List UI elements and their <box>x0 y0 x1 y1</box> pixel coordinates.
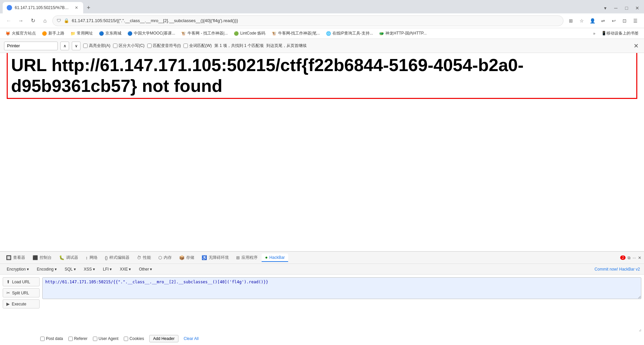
close-button[interactable]: ✕ <box>633 4 641 12</box>
home-button[interactable]: ⌂ <box>40 16 50 25</box>
find-close-button[interactable]: ✕ <box>632 42 640 50</box>
undo-button[interactable]: ↩ <box>609 16 619 25</box>
dropdown-button[interactable]: ▾ <box>601 4 609 12</box>
menu-button[interactable]: ☰ <box>631 16 640 25</box>
add-header-button[interactable]: Add Header <box>149 335 178 342</box>
sql-dropdown[interactable]: SQL ▾ <box>62 266 78 273</box>
cookies-option[interactable]: Cookies <box>124 336 144 341</box>
devtool-tab-hackbar[interactable]: ● HackBar <box>262 253 288 262</box>
devtools-close-button[interactable]: ✕ <box>638 255 641 260</box>
bookmark-nowcoder1[interactable]: 🐮 牛客网 - 找工作神器|... <box>178 30 230 37</box>
encoding-dropdown[interactable]: Encoding ▾ <box>34 266 59 273</box>
diacritics-checkbox[interactable] <box>147 44 152 48</box>
bookmark-lintcode[interactable]: 🟢 LintCode 炼码 <box>231 30 268 37</box>
hackbar-bottom-bar: Post data Referer User Agent Cookies Add… <box>0 334 644 345</box>
devtools-right-controls: 2 ⧉ ··· ✕ <box>620 255 641 260</box>
find-prev-button[interactable]: ∧ <box>60 42 69 50</box>
address-bar[interactable]: 🛡 🔒 61.147.171.105:50215/{{".".__class__… <box>52 15 564 26</box>
bookmark-mooc[interactable]: 🔵 中国大学MOOC(慕课... <box>125 30 178 37</box>
post-data-checkbox[interactable] <box>40 337 45 341</box>
extensions-button[interactable]: ⊞ <box>566 16 576 25</box>
user-agent-option[interactable]: User Agent <box>93 336 118 341</box>
storage-icon: 📦 <box>179 255 184 260</box>
case-sensitive-option[interactable]: 区分大小写(C) <box>113 43 145 49</box>
whole-word-checkbox[interactable] <box>183 44 188 48</box>
bookmark-common[interactable]: 📁 常用网址 <box>68 30 96 37</box>
devtool-tab-inspect[interactable]: 🔲 查看器 <box>3 253 29 262</box>
lfi-dropdown[interactable]: LFI ▾ <box>100 266 114 273</box>
devtool-tab-console[interactable]: ⬛ 控制台 <box>29 253 55 262</box>
bookmark-beginner[interactable]: 🟠 新手上路 <box>39 30 67 37</box>
tab-favicon <box>7 5 12 10</box>
diacritics-option[interactable]: 匹配变音符号(I) <box>147 43 181 49</box>
commit-now-link[interactable]: Commit now! HackBar v2 <box>595 267 640 272</box>
clear-all-button[interactable]: Clear All <box>184 336 199 341</box>
xss-dropdown[interactable]: XSS ▾ <box>81 266 98 273</box>
new-tab-button[interactable]: + <box>84 3 93 12</box>
referer-option[interactable]: Referer <box>68 336 88 341</box>
highlight-all-checkbox[interactable] <box>83 44 88 48</box>
performance-icon: ⏱ <box>137 255 141 260</box>
other-dropdown[interactable]: Other ▾ <box>136 266 155 273</box>
cookies-label: Cookies <box>129 336 144 341</box>
bookmark-label: LintCode 炼码 <box>240 31 265 36</box>
encryption-dropdown[interactable]: Encryption ▾ <box>4 266 32 273</box>
bookmark-icon: 📁 <box>70 31 75 36</box>
find-input[interactable] <box>4 42 58 50</box>
devtools-copy-button[interactable]: ⧉ <box>628 255 631 260</box>
find-next-button[interactable]: ∨ <box>72 42 80 50</box>
back-button[interactable]: ← <box>4 16 13 25</box>
referer-checkbox[interactable] <box>68 337 73 341</box>
split-url-label: Split URL <box>12 291 29 295</box>
bookmarks-more-button[interactable]: » <box>590 31 598 37</box>
user-agent-checkbox[interactable] <box>93 337 97 341</box>
devtool-tab-debugger[interactable]: 🐛 调试器 <box>56 253 82 262</box>
bookmark-jd[interactable]: 🔵 京东商城 <box>96 30 124 37</box>
whole-word-option[interactable]: 全词匹配(W) <box>183 43 212 49</box>
bookmark-nowcoder2[interactable]: 🐮 牛客网-找工作神器|笔... <box>269 30 323 37</box>
devtool-tab-label: 控制台 <box>40 255 52 261</box>
case-sensitive-checkbox[interactable] <box>113 44 117 48</box>
bookmark-ip[interactable]: 🌐 在线IP查询工具-支持... <box>323 30 376 37</box>
sql-label: SQL <box>65 267 73 272</box>
highlight-all-option[interactable]: 高亮全部(A) <box>83 43 110 49</box>
devtool-tab-style-editor[interactable]: {} 样式编辑器 <box>102 253 133 262</box>
nav-bar: ← → ↻ ⌂ 🛡 🔒 61.147.171.105:50215/{{"."._… <box>0 13 644 28</box>
devtools-more-button[interactable]: ··· <box>633 255 636 260</box>
forward-button[interactable]: → <box>16 16 25 25</box>
sync-button[interactable]: ⇌ <box>598 16 608 25</box>
load-url-button[interactable]: ⬆ Load URL <box>3 277 40 286</box>
post-data-option[interactable]: Post data <box>40 336 63 341</box>
active-tab[interactable]: 61.147.171.105:50215/%7B%7B... ✕ <box>3 2 83 13</box>
bookmark-mobile[interactable]: 📱移动设备上的书签 <box>599 30 641 37</box>
find-status-text: 到达页尾，从页首继续 <box>266 43 307 49</box>
hackbar-body: ⬆ Load URL ✂ Split URL ▶ Execute http://… <box>0 275 644 334</box>
debugger-icon: 🐛 <box>59 255 64 260</box>
xxe-dropdown[interactable]: XXE ▾ <box>117 266 133 273</box>
minimize-button[interactable]: ─ <box>612 4 620 12</box>
bookmark-icon: 🟢 <box>234 31 239 36</box>
split-url-button[interactable]: ✂ Split URL <box>3 288 40 297</box>
star-button[interactable]: ☆ <box>577 16 586 25</box>
devtool-tab-accessibility[interactable]: ♿ 无障碍环境 <box>198 253 232 262</box>
execute-button[interactable]: ▶ Execute <box>3 299 40 308</box>
bookmark-shenlong[interactable]: 🐲 神龙HTTP-国内HTTP... <box>376 30 429 37</box>
cookies-checkbox[interactable] <box>124 337 128 341</box>
url-textarea[interactable]: http://61.147.171.105:50215/{{".".__clas… <box>42 277 641 299</box>
reload-button[interactable]: ↻ <box>28 16 38 25</box>
maximize-button[interactable]: □ <box>623 4 631 12</box>
devtool-tab-application[interactable]: ⊞ 应用程序 <box>233 253 261 262</box>
devtool-tab-network[interactable]: ↕ 网络 <box>82 253 101 262</box>
account-button[interactable]: 👤 <box>588 16 597 25</box>
bookmark-huhu[interactable]: 🦊 火狐官方站点 <box>3 30 39 37</box>
other-arrow-icon: ▾ <box>150 267 152 272</box>
devtool-tab-storage[interactable]: 📦 存储 <box>176 253 198 262</box>
error-badge: 2 <box>620 255 626 260</box>
resize-handle[interactable]: ⊿ <box>639 328 641 330</box>
devtool-tab-memory[interactable]: ⬡ 内存 <box>155 253 175 262</box>
devtool-tab-label: 内存 <box>164 255 172 261</box>
devtool-tab-performance[interactable]: ⏱ 性能 <box>133 253 154 262</box>
tab-close-button[interactable]: ✕ <box>74 5 79 10</box>
commit-section: Commit now! HackBar v2 <box>595 267 640 272</box>
save-button[interactable]: ⊡ <box>620 16 629 25</box>
